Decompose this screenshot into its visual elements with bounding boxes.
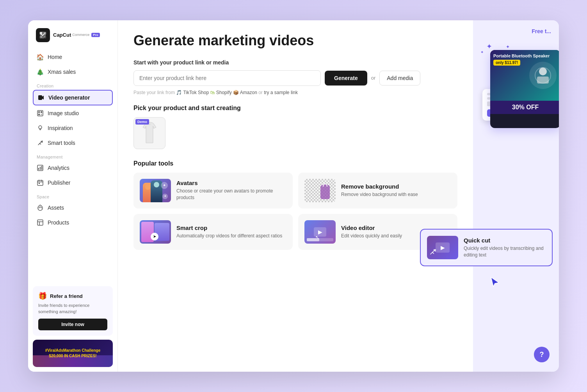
try-sample-link[interactable]: try a sample link [264,90,298,95]
management-section-label: Management [33,151,113,161]
promo-text-line2: $20,000 IN CASH PRIZES! [45,353,101,359]
svg-point-18 [539,68,547,75]
sidebar-item-smart-tools[interactable]: Smart tools [33,136,113,150]
right-panel: Free t... ✦ ✦ ✦ ✨ Generate [473,20,559,372]
avatars-name: Avatars [176,180,286,186]
refer-desc: Invite friends to experience something a… [38,303,107,315]
tool-card-smart-crop[interactable]: ➤ Smart crop Automatically crop videos f… [133,214,293,250]
svg-rect-19 [537,77,549,84]
amazon-link[interactable]: 📦 Amazon [233,90,258,95]
ad-preview-bottom: 30% OFF [490,101,559,114]
pick-section-title: Pick your product and start creating [133,105,457,112]
cursor-arrow [489,276,501,290]
sparkle-2: ✦ [506,44,510,50]
refer-header: 🎁 Refer a friend [38,292,107,300]
sidebar-item-analytics[interactable]: Analytics [33,161,113,175]
sidebar-item-home[interactable]: 🏠 Home [33,50,113,64]
svg-rect-6 [38,111,40,113]
svg-rect-3 [44,36,46,38]
tool-card-quick-cut[interactable]: ▶ Quick cut Quickly edit videos by trans… [420,229,553,266]
tools-grid: ✦ ✦ Avatars Choose or create your own av… [133,173,457,250]
avatars-desc: Choose or create your own avatars to pro… [176,188,286,201]
svg-rect-15 [37,180,43,185]
logo: CapCut Commerce Pro [28,20,117,48]
invite-now-button[interactable]: Invite now [38,319,107,330]
refer-card: 🎁 Refer a friend Invite friends to exper… [33,286,113,336]
svg-rect-9 [41,114,42,115]
sidebar-item-smart-tools-label: Smart tools [48,140,75,146]
add-media-button[interactable]: Add media [379,71,420,86]
main-content: Generate marketing videos Start with you… [118,20,473,372]
sidebar-item-video-generator[interactable]: Video generator [33,90,113,105]
svg-rect-12 [38,168,39,170]
sidebar-item-publisher-label: Publisher [48,180,70,186]
sidebar-item-image-studio-label: Image studio [48,110,79,116]
sparkle-1: ✦ [486,42,492,51]
product-thumbnail[interactable]: Demo [133,117,165,149]
shopify-link[interactable]: 🛍 Shopify [210,90,233,95]
input-section-label: Start with your product link or media [133,59,457,66]
product-demo: Demo [133,117,457,149]
promo-banner[interactable]: #ViralAdsMarathon Challenge $20,000 IN C… [33,340,113,367]
svg-rect-14 [41,166,42,170]
sidebar-item-image-studio[interactable]: Image studio [33,106,113,120]
image-studio-icon [37,110,44,117]
svg-rect-2 [40,36,42,38]
svg-rect-4 [38,95,42,100]
sidebar-bottom: 🎁 Refer a friend Invite friends to exper… [28,282,117,372]
sidebar-item-assets[interactable]: Assets [33,201,113,215]
logo-subtitle: Commerce [72,33,89,37]
sidebar-item-assets-label: Assets [48,205,64,211]
logo-text: CapCut Commerce Pro [53,32,100,38]
help-icon: ? [540,351,544,359]
sidebar-item-products[interactable]: Products [33,216,113,230]
svg-point-10 [39,126,42,129]
sidebar-item-analytics-label: Analytics [48,165,69,171]
ad-preview-image: Portable Bluetooth Speaker only $11.97! [490,50,559,101]
logo-icon [36,28,50,42]
smart-crop-thumbnail: ➤ [140,220,171,244]
product-name-text: Portable Bluetooth Speaker [493,53,557,59]
logo-name: CapCut [53,32,71,38]
sidebar-item-xmas[interactable]: 🎄 Xmas sales [33,65,113,79]
sidebar-item-inspiration[interactable]: Inspiration [33,121,113,135]
remove-bg-thumbnail [304,179,336,202]
sidebar-item-xmas-label: Xmas sales [48,69,76,75]
svg-rect-17 [37,220,43,225]
tiktok-shop-link[interactable]: 🎵 TikTok Shop [176,90,210,95]
generate-button[interactable]: Generate [325,71,367,86]
sidebar-item-video-generator-label: Video generator [48,94,90,101]
space-section-label: Space [33,191,113,201]
discount-text: 30% OFF [493,104,557,111]
logo-pro-badge: Pro [91,33,100,37]
remove-bg-name: Remove background [341,183,451,190]
ad-preview-card: Portable Bluetooth Speaker only $11.97! … [490,50,559,128]
smart-crop-desc: Automatically crop videos for different … [176,233,286,239]
tool-card-avatars[interactable]: ✦ ✦ Avatars Choose or create your own av… [133,173,293,208]
sidebar-item-inspiration-label: Inspiration [48,125,73,131]
popular-tools-title: Popular tools [133,160,457,167]
inspiration-icon [37,125,44,132]
smart-crop-info: Smart crop Automatically crop videos for… [176,225,286,239]
sidebar-item-publisher[interactable]: Publisher [33,176,113,190]
refer-title: Refer a friend [50,293,83,299]
input-row: Generate or Add media [133,70,457,86]
quick-cut-thumbnail: ▶ [427,236,458,259]
help-button[interactable]: ? [534,347,550,362]
quick-cut-info: Quick cut Quickly edit videos by transcr… [464,237,546,258]
svg-rect-5 [37,110,43,116]
app-container: CapCut Commerce Pro 🏠 Home 🎄 Xmas sales … [28,20,559,372]
preview-area: ✦ ✦ ✦ ✨ Generate [478,46,553,128]
or-separator: or [371,75,376,81]
avatars-thumbnail: ✦ ✦ [140,179,171,202]
product-link-input[interactable] [133,70,321,86]
sidebar-item-home-label: Home [48,54,62,60]
remove-bg-desc: Remove video background with ease [341,191,451,198]
quick-cut-desc: Quickly edit videos by transcribing and … [464,245,546,258]
analytics-icon [37,164,44,171]
xmas-icon: 🎄 [37,68,44,75]
tool-card-remove-bg[interactable]: Remove background Remove video backgroun… [298,173,457,208]
products-icon [37,219,44,226]
svg-rect-16 [39,183,40,184]
svg-rect-8 [38,114,40,115]
